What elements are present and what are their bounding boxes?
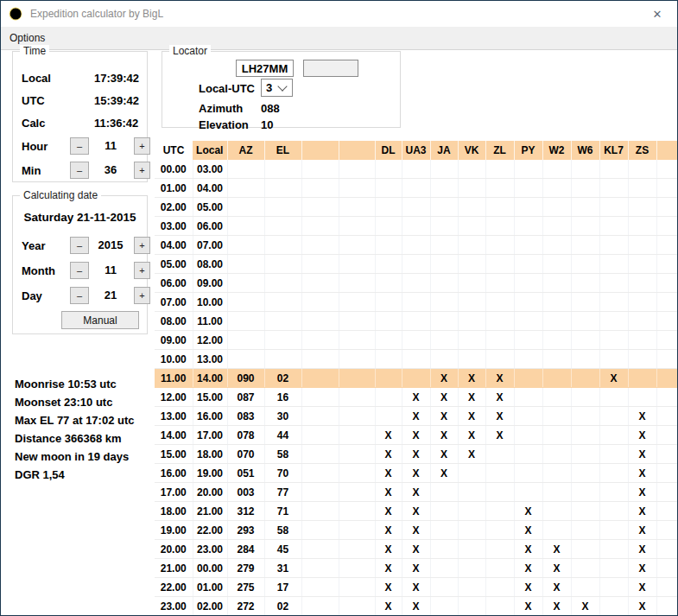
- table-cell: X: [375, 445, 402, 464]
- info-line: Moonrise 10:53 utc: [15, 375, 135, 393]
- table-cell: 279: [227, 559, 264, 578]
- table-cell: [458, 597, 485, 616]
- month-minus-button[interactable]: –: [70, 262, 89, 279]
- table-cell: [458, 578, 485, 597]
- table-cell: [656, 274, 678, 293]
- table-cell: X: [571, 597, 599, 616]
- table-cell: 12.00: [155, 388, 193, 407]
- table-cell: [402, 160, 430, 179]
- month-plus-button[interactable]: +: [134, 262, 150, 279]
- table-cell: [571, 426, 599, 445]
- table-cell: X: [514, 502, 542, 521]
- hour-minus-button[interactable]: –: [70, 137, 89, 155]
- year-plus-button[interactable]: +: [134, 237, 150, 254]
- table-cell: [485, 502, 514, 521]
- date-groupbox: Calculating date Saturday 21-11-2015 Yea…: [12, 195, 148, 334]
- elevation-row: Elevation10: [199, 116, 395, 133]
- table-cell: [339, 217, 375, 236]
- table-cell: [339, 426, 375, 445]
- table-cell: 06.00: [193, 217, 227, 236]
- table-cell: [458, 274, 485, 293]
- main-content: Time Local17:39:42 UTC15:39:42 Calc11:36…: [1, 50, 677, 615]
- column-header-kl7: KL7: [599, 141, 628, 160]
- table-cell: [458, 198, 485, 217]
- table-cell: [656, 217, 678, 236]
- column-header-blank: [656, 141, 678, 160]
- table-cell: [264, 198, 301, 217]
- table-cell: 18.00: [193, 445, 227, 464]
- table-cell: [458, 464, 485, 483]
- table-cell: [339, 540, 375, 559]
- year-minus-button[interactable]: –: [70, 237, 89, 254]
- table-cell: [485, 578, 514, 597]
- min-minus-button[interactable]: –: [70, 162, 89, 179]
- table-row: 08.0011.00: [155, 312, 678, 331]
- table-cell: X: [628, 407, 656, 426]
- table-cell: [599, 312, 628, 331]
- table-cell: 312: [227, 502, 264, 521]
- table-row: 09.0012.00: [155, 331, 678, 350]
- day-plus-button[interactable]: +: [134, 287, 150, 304]
- table-cell: 15.00: [193, 388, 227, 407]
- table-cell: [542, 198, 571, 217]
- hour-plus-button[interactable]: +: [134, 137, 150, 155]
- table-cell: X: [375, 464, 402, 483]
- table-cell: [571, 217, 599, 236]
- table-cell: [656, 445, 678, 464]
- table-cell: [656, 407, 678, 426]
- table-cell: [628, 331, 656, 350]
- table-row: 18.0021.0031271XXXX: [155, 502, 678, 521]
- table-cell: 003: [227, 483, 264, 502]
- column-header-ua3: UA3: [402, 141, 430, 160]
- day-minus-button[interactable]: –: [70, 287, 89, 304]
- table-cell: X: [430, 445, 458, 464]
- table-cell: [599, 521, 628, 540]
- table-cell: X: [402, 597, 430, 616]
- table-cell: X: [430, 388, 458, 407]
- table-cell: [656, 331, 678, 350]
- menu-bar: Options: [1, 27, 677, 50]
- hour-table: UTCLocalAZELDLUA3JAVKZLPYW2W6KL7ZS00.000…: [155, 141, 678, 615]
- table-cell: [571, 160, 599, 179]
- table-row: 21.0000.0027931XXXXX: [155, 559, 678, 578]
- table-cell: X: [628, 483, 656, 502]
- table-cell: X: [430, 464, 458, 483]
- table-cell: X: [458, 426, 485, 445]
- table-row: 12.0015.0008716XXXX: [155, 388, 678, 407]
- table-row: 01.0004.00: [155, 179, 678, 198]
- table-cell: [514, 407, 542, 426]
- info-line: Moonset 23:10 utc: [15, 393, 135, 411]
- local-utc-dropdown[interactable]: 3: [261, 79, 293, 97]
- table-cell: [514, 369, 542, 388]
- table-row: 00.0003.00: [155, 160, 678, 179]
- close-button[interactable]: ✕: [637, 1, 677, 27]
- table-cell: [375, 350, 402, 369]
- table-cell: [485, 255, 514, 274]
- locator-secondary-input[interactable]: [303, 60, 358, 77]
- table-cell: [485, 293, 514, 312]
- table-cell: 02.00: [193, 597, 227, 616]
- column-header-zl: ZL: [485, 141, 514, 160]
- table-cell: [264, 293, 301, 312]
- table-cell: [301, 331, 339, 350]
- table-cell: [628, 388, 656, 407]
- locator-input[interactable]: [236, 60, 294, 77]
- table-cell: [514, 483, 542, 502]
- table-cell: 05.00: [155, 255, 193, 274]
- manual-button[interactable]: Manual: [61, 311, 139, 329]
- table-cell: 070: [227, 445, 264, 464]
- table-cell: [402, 217, 430, 236]
- table-cell: X: [375, 483, 402, 502]
- table-cell: [430, 502, 458, 521]
- min-spinner: Min – 36 +: [22, 162, 142, 179]
- table-cell: [430, 483, 458, 502]
- table-cell: [542, 464, 571, 483]
- table-cell: [458, 521, 485, 540]
- table-cell: [458, 559, 485, 578]
- min-plus-button[interactable]: +: [134, 162, 150, 179]
- table-cell: 04.00: [193, 179, 227, 198]
- table-cell: [458, 483, 485, 502]
- table-cell: X: [402, 388, 430, 407]
- table-cell: 17: [264, 578, 301, 597]
- table-cell: 16.00: [155, 464, 193, 483]
